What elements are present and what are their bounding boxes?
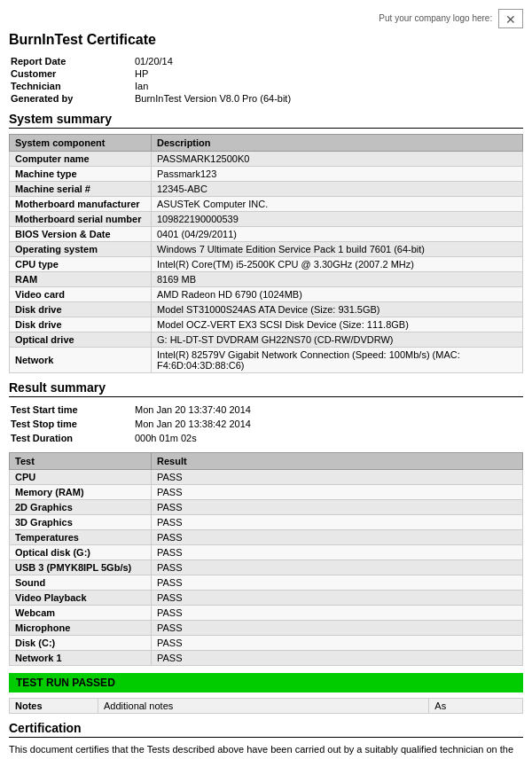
result-test-name: Temperatures (10, 530, 152, 545)
notes-row: Notes Additional notes As (10, 699, 523, 714)
result-value: PASS (152, 515, 523, 530)
sys-component: Network (10, 348, 152, 373)
table-row: Disk driveModel OCZ-VERT EX3 SCSI Disk D… (10, 317, 523, 333)
table-row: SoundPASS (10, 575, 523, 591)
logo-area: Put your company logo here: ✕ (9, 9, 523, 28)
table-row: MicrophonePASS (10, 621, 523, 636)
table-row: Machine serial #12345-ABC (10, 182, 523, 197)
header-field-label: Generated by (9, 92, 133, 105)
result-value: PASS (152, 470, 523, 485)
result-test-name: Memory (RAM) (10, 485, 152, 500)
header-field-label: Technician (9, 80, 133, 92)
table-row: Motherboard manufacturerASUSTeK Computer… (10, 197, 523, 212)
result-test-name: Webcam (10, 606, 152, 621)
sys-component: Disk drive (10, 317, 152, 333)
table-row: NetworkIntel(R) 82579V Gigabit Network C… (10, 348, 523, 373)
res-col-result: Result (152, 453, 523, 470)
header-field-value: HP (133, 67, 523, 80)
sys-component: Motherboard serial number (10, 212, 152, 227)
result-value: PASS (152, 500, 523, 515)
system-summary-table: System component Description Computer na… (9, 134, 523, 373)
result-test-name: Microphone (10, 621, 152, 636)
sys-col-component: System component (10, 135, 152, 152)
sys-description: Passmark123 (152, 167, 523, 182)
sys-description: Intel(R) Core(TM) i5-2500K CPU @ 3.30GHz… (152, 257, 523, 272)
result-value: PASS (152, 636, 523, 651)
result-value: PASS (152, 621, 523, 636)
result-test-name: USB 3 (PMYK8IPL 5Gb/s) (10, 560, 152, 575)
result-summary-title: Result summary (9, 380, 523, 397)
header-field-value: Ian (133, 80, 523, 92)
timing-value: Mon Jan 20 13:37:40 2014 (133, 403, 523, 417)
header-row: Generated byBurnInTest Version V8.0 Pro … (9, 92, 523, 105)
sys-component: CPU type (10, 257, 152, 272)
table-row: RAM8169 MB (10, 272, 523, 287)
result-value: PASS (152, 575, 523, 591)
header-row: Report Date01/20/14 (9, 55, 523, 67)
sys-description: Intel(R) 82579V Gigabit Network Connecti… (152, 348, 523, 373)
page-title: BurnInTest Certificate (9, 32, 523, 48)
sys-description: 0401 (04/29/2011) (152, 227, 523, 242)
timing-value: 000h 01m 02s (133, 431, 523, 445)
timing-row: Test Start timeMon Jan 20 13:37:40 2014 (9, 403, 523, 417)
sys-component: RAM (10, 272, 152, 287)
table-row: TemperaturesPASS (10, 530, 523, 545)
sys-component: Operating system (10, 242, 152, 257)
sys-description: Model ST31000S24AS ATA Device (Size: 931… (152, 302, 523, 317)
result-test-name: Network 1 (10, 651, 152, 666)
result-test-name: Video Playback (10, 591, 152, 606)
header-field-label: Report Date (9, 55, 133, 67)
result-value: PASS (152, 606, 523, 621)
sys-component: Machine type (10, 167, 152, 182)
sys-component: Disk drive (10, 302, 152, 317)
result-value: PASS (152, 591, 523, 606)
table-row: Network 1PASS (10, 651, 523, 666)
sys-description: 109822190000539 (152, 212, 523, 227)
table-row: WebcamPASS (10, 606, 523, 621)
sys-description: ASUSTeK Computer INC. (152, 197, 523, 212)
header-field-label: Customer (9, 67, 133, 80)
sys-description: G: HL-DT-ST DVDRAM GH22NS70 (CD-RW/DVDRW… (152, 333, 523, 348)
sys-description: 12345-ABC (152, 182, 523, 197)
sys-component: Machine serial # (10, 182, 152, 197)
table-row: Optical disk (G:)PASS (10, 545, 523, 560)
result-test-name: 2D Graphics (10, 500, 152, 515)
result-value: PASS (152, 530, 523, 545)
table-row: Memory (RAM)PASS (10, 485, 523, 500)
result-test-name: 3D Graphics (10, 515, 152, 530)
table-row: USB 3 (PMYK8IPL 5Gb/s)PASS (10, 560, 523, 575)
certification-title: Certification (9, 721, 523, 738)
system-summary-title: System summary (9, 112, 523, 129)
result-test-name: Optical disk (G:) (10, 545, 152, 560)
table-row: Motherboard serial number109822190000539 (10, 212, 523, 227)
table-row: Optical driveG: HL-DT-ST DVDRAM GH22NS70… (10, 333, 523, 348)
timing-label: Test Duration (9, 431, 133, 445)
result-value: PASS (152, 485, 523, 500)
table-row: Disk (C:)PASS (10, 636, 523, 651)
timing-value: Mon Jan 20 13:38:42 2014 (133, 417, 523, 431)
pass-banner: TEST RUN PASSED (9, 673, 523, 692)
sys-description: 8169 MB (152, 272, 523, 287)
sys-component: Computer name (10, 152, 152, 167)
sys-description: Windows 7 Ultimate Edition Service Pack … (152, 242, 523, 257)
header-field-value: 01/20/14 (133, 55, 523, 67)
timing-row: Test Stop timeMon Jan 20 13:38:42 2014 (9, 417, 523, 431)
timing-row: Test Duration000h 01m 02s (9, 431, 523, 445)
sys-description: AMD Radeon HD 6790 (1024MB) (152, 287, 523, 302)
table-row: 2D GraphicsPASS (10, 500, 523, 515)
table-row: Operating systemWindows 7 Ultimate Editi… (10, 242, 523, 257)
notes-label: Notes (10, 699, 98, 714)
result-timing: Test Start timeMon Jan 20 13:37:40 2014T… (9, 403, 523, 445)
header-row: CustomerHP (9, 67, 523, 80)
result-value: PASS (152, 560, 523, 575)
result-test-name: CPU (10, 470, 152, 485)
certification-text: This document certifies that the Tests d… (9, 743, 523, 759)
sys-description: PASSMARK12500K0 (152, 152, 523, 167)
result-value: PASS (152, 545, 523, 560)
sys-description: Model OCZ-VERT EX3 SCSI Disk Device (Siz… (152, 317, 523, 333)
notes-col2: As (429, 699, 523, 714)
notes-col1: Additional notes (98, 699, 429, 714)
result-table: Test Result CPUPASSMemory (RAM)PASS2D Gr… (9, 452, 523, 666)
res-col-test: Test (10, 453, 152, 470)
logo-label: Put your company logo here: (379, 13, 492, 23)
